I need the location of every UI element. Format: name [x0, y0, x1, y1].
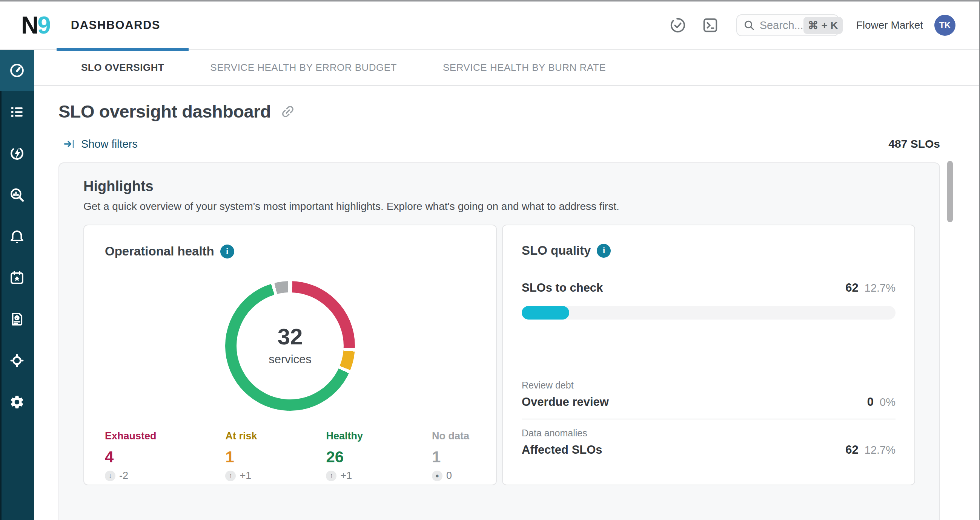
legend-label: Healthy	[326, 430, 363, 442]
legend-delta: ↑ +1	[225, 470, 257, 482]
sidebar-nav	[0, 50, 34, 520]
legend-healthy[interactable]: Healthy 26 ↑ +1	[326, 430, 363, 482]
info-icon[interactable]: i	[220, 244, 234, 258]
trend-up-icon: ↑	[326, 471, 336, 481]
divider	[522, 419, 896, 419]
tenant-name[interactable]: Flower Market	[856, 19, 923, 31]
top-header: N 9 DASHBOARDS Search... ⌘ + K Flower Ma…	[0, 2, 979, 50]
terminal-icon[interactable]	[702, 17, 719, 34]
donut-center: 32 services	[237, 292, 344, 400]
trend-flat-icon: ●	[432, 471, 442, 481]
bell-icon	[9, 228, 25, 244]
donut-chart[interactable]: 32 services	[225, 281, 355, 411]
info-icon[interactable]: i	[597, 244, 611, 258]
legend-value: 26	[326, 448, 363, 466]
show-filters-button[interactable]: Show filters	[59, 138, 138, 151]
tab-slo-oversight[interactable]: SLO OVERSIGHT	[81, 62, 164, 73]
trend-up-icon: ↑	[225, 471, 236, 481]
window-top-border	[0, 0, 980, 2]
app-window: N 9 DASHBOARDS Search... ⌘ + K Flower Ma…	[0, 0, 980, 520]
sidebar-item-integrations[interactable]	[0, 340, 34, 381]
filters-row: Show filters 487 SLOs	[59, 138, 940, 151]
sidebar-item-service-health[interactable]	[0, 174, 34, 216]
progress-fill	[522, 306, 569, 320]
legend-value: 4	[105, 448, 156, 466]
slo-count: 487 SLOs	[888, 138, 940, 151]
donut-center-label: services	[269, 353, 312, 366]
dashboard-tabs: SLO OVERSIGHT SERVICE HEALTH BY ERROR BU…	[34, 50, 979, 86]
tab-service-health-error-budget[interactable]: SERVICE HEALTH BY ERROR BUDGET	[210, 62, 397, 73]
search-chart-icon	[9, 187, 25, 203]
operational-health-title-row: Operational health i	[105, 244, 475, 258]
legend-no-data[interactable]: No data 1 ● 0	[432, 430, 469, 482]
legend-delta: ● 0	[432, 470, 469, 482]
legend-delta: ↓ -2	[105, 470, 156, 482]
slo-quality-card: SLO quality i SLOs to check 62 12.7% Rev…	[502, 225, 915, 485]
highlights-description: Get a quick overview of your system's mo…	[83, 200, 915, 212]
highlights-panel: Highlights Get a quick overview of your …	[59, 162, 940, 520]
legend-value: 1	[225, 448, 257, 466]
sidebar-item-settings[interactable]	[0, 381, 34, 423]
report-icon	[9, 311, 25, 327]
sidebar-item-slo-target[interactable]	[0, 133, 34, 174]
search-icon	[743, 19, 755, 31]
integrations-hub-icon	[9, 353, 25, 368]
gear-icon	[9, 394, 25, 410]
highlights-cards: Operational health i 32 services Exhaust…	[83, 225, 915, 485]
target-bolt-icon	[9, 146, 25, 161]
list-icon	[9, 104, 25, 120]
tab-service-health-burn-rate[interactable]: SERVICE HEALTH BY BURN RATE	[443, 62, 606, 73]
highlights-title: Highlights	[83, 178, 915, 195]
scrollbar-thumb[interactable]	[947, 161, 953, 222]
sidebar-item-alerts[interactable]	[0, 216, 34, 257]
trend-down-icon: ↓	[105, 471, 115, 481]
legend-exhausted[interactable]: Exhausted 4 ↓ -2	[105, 430, 156, 482]
legend-value: 1	[432, 448, 469, 466]
operational-health-card: Operational health i 32 services Exhaust…	[83, 225, 497, 485]
gauge-icon	[9, 63, 25, 78]
review-debt-group-label: Review debt	[522, 380, 896, 391]
sidebar-item-slo-list[interactable]	[0, 91, 34, 133]
arrow-to-bar-icon	[63, 138, 76, 151]
legend-label: Exhausted	[105, 430, 156, 442]
sidebar-item-dashboards[interactable]	[0, 50, 34, 91]
legend-label: At risk	[225, 430, 257, 442]
sidebar-item-reports[interactable]	[0, 298, 34, 340]
logo-digit-9: 9	[37, 11, 50, 39]
slo-quality-title-row: SLO quality i	[522, 243, 896, 258]
calendar-star-icon	[9, 270, 25, 285]
app-title: DASHBOARDS	[71, 19, 160, 32]
search-placeholder: Search...	[760, 19, 803, 32]
slo-quality-title: SLO quality	[522, 243, 591, 258]
search-input[interactable]: Search... ⌘ + K	[736, 14, 839, 36]
page-title: SLO oversight dashboard	[59, 101, 271, 122]
active-tab-indicator	[57, 48, 189, 51]
slos-to-check-row[interactable]: SLOs to check 62 12.7%	[522, 281, 896, 295]
avatar[interactable]: TK	[934, 15, 956, 36]
legend-label: No data	[432, 430, 469, 442]
main-content: SLO oversight dashboard Show filters 487…	[34, 87, 979, 520]
data-anomalies-group-label: Data anomalies	[522, 428, 896, 439]
donut-center-value: 32	[278, 325, 303, 348]
operational-health-title: Operational health	[105, 244, 214, 258]
donut-legend: Exhausted 4 ↓ -2 At risk 1 ↑	[105, 430, 475, 482]
copy-link-icon[interactable]	[277, 100, 299, 122]
show-filters-label: Show filters	[81, 138, 138, 151]
slos-to-check-progress	[522, 306, 896, 320]
legend-delta: ↑ +1	[326, 470, 363, 482]
affected-slos-row[interactable]: Affected SLOs 62 12.7%	[522, 443, 896, 457]
check-circle-icon[interactable]	[669, 17, 687, 34]
logo-letter-n: N	[21, 11, 37, 39]
overdue-review-row[interactable]: Overdue review 0 0%	[522, 395, 896, 409]
sidebar-item-events[interactable]	[0, 257, 34, 298]
page-title-row: SLO oversight dashboard	[59, 101, 940, 122]
search-shortcut-badge: ⌘ + K	[803, 17, 843, 34]
legend-at-risk[interactable]: At risk 1 ↑ +1	[225, 430, 257, 482]
nobl9-logo[interactable]: N 9	[21, 11, 50, 39]
